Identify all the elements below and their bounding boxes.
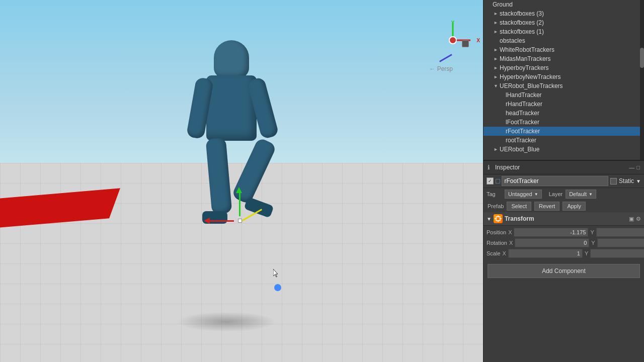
hierarchy-item-stackofboxes2[interactable]: ► stackofboxes (2) xyxy=(484,18,644,27)
main-layout: ← Persp Y X Grou xyxy=(0,0,644,362)
rotation-y-input[interactable] xyxy=(597,238,644,247)
expand-triangle-icon[interactable]: ▼ xyxy=(487,216,492,222)
hierarchy-container: Ground ► stackofboxes (3) ► stackofboxes… xyxy=(484,0,644,160)
hierarchy-panel: Ground ► stackofboxes (3) ► stackofboxes… xyxy=(484,0,644,161)
prefab-row: Prefab Select Revert Apply xyxy=(484,200,644,212)
axes-y-label: Y xyxy=(451,20,455,26)
apply-button[interactable]: Apply xyxy=(562,202,586,211)
hierarchy-item-roottracker[interactable]: rootTracker xyxy=(484,136,644,145)
arrow-icon: ► xyxy=(494,56,499,61)
hierarchy-item-stackofboxes3[interactable]: ► stackofboxes (3) xyxy=(484,9,644,18)
robot-body xyxy=(161,40,302,322)
add-component-button[interactable]: Add Component xyxy=(488,264,640,278)
scale-x-input[interactable] xyxy=(508,249,583,258)
hierarchy-scrollbar-thumb[interactable] xyxy=(640,48,644,68)
scale-row: Scale X Y Z xyxy=(487,249,641,258)
arrow-icon: ► xyxy=(494,20,499,25)
scale-y-input[interactable] xyxy=(590,249,644,258)
chevron-down-icon: ▼ xyxy=(534,192,538,197)
viewport-lock-icon[interactable] xyxy=(462,40,469,47)
tag-dropdown[interactable]: Untagged ▼ xyxy=(505,190,542,199)
static-checkbox[interactable] xyxy=(610,178,617,185)
inspector-header: ℹ Inspector — □ xyxy=(484,161,644,174)
gear-icon[interactable]: ⚙ xyxy=(636,216,641,222)
x-axis-label: X xyxy=(509,240,513,246)
position-y-input[interactable] xyxy=(596,228,644,237)
y-axis-label: Y xyxy=(585,250,588,256)
select-button[interactable]: Select xyxy=(507,202,531,211)
hierarchy-item-lfoottracker[interactable]: lFootTracker xyxy=(484,118,644,127)
chevron-down-icon: ▼ xyxy=(589,192,593,197)
hierarchy-item-rhandtracker[interactable]: rHandTracker xyxy=(484,100,644,109)
maximize-icon[interactable]: □ xyxy=(636,164,640,170)
transform-title: Transform xyxy=(505,215,627,222)
x-axis-label: X xyxy=(503,250,506,256)
arrow-icon: ► xyxy=(494,29,499,34)
scale-label: Scale xyxy=(487,250,501,256)
revert-button[interactable]: Revert xyxy=(534,202,559,211)
hierarchy-item-whiterobottrackers[interactable]: ► WhiteRobotTrackers xyxy=(484,45,644,54)
robot-leg-left xyxy=(206,138,232,215)
gizmo-center xyxy=(238,219,242,223)
hierarchy-item-hyperboytrackers[interactable]: ► HyperboyTrackers xyxy=(484,63,644,72)
hierarchy-item-uerobot-bluetrackers[interactable]: ▼ UERobot_BlueTrackers xyxy=(484,81,644,90)
static-dropdown-arrow[interactable]: ▼ xyxy=(636,178,641,184)
x-axis-label: X xyxy=(508,229,512,235)
arrow-icon: ► xyxy=(494,74,499,79)
hierarchy-item-midasmantrackers[interactable]: ► MidasManTrackers xyxy=(484,54,644,63)
arrow-icon: ► xyxy=(494,65,499,70)
prefab-label: Prefab xyxy=(488,203,504,209)
rotation-row: Rotation X Y Z xyxy=(487,238,641,247)
robot-foot-right xyxy=(244,197,274,218)
hierarchy-item-hyperboynewtrackers[interactable]: ► HyperboyNewTrackers xyxy=(484,72,644,81)
inspector-name-row: ✓ □ Static ▼ xyxy=(484,174,644,188)
hierarchy-item-obstacles[interactable]: obstacles xyxy=(484,36,644,45)
gizmo-x-arrow xyxy=(204,218,210,224)
paste-icon[interactable]: ▣ xyxy=(629,216,634,222)
rotation-label: Rotation xyxy=(487,240,507,246)
position-row: Position X Y Z xyxy=(487,228,641,237)
position-x-input[interactable] xyxy=(514,228,588,237)
hierarchy-item-uerobot-blue[interactable]: ► UERobot_Blue xyxy=(484,145,644,154)
layer-dropdown[interactable]: Default ▼ xyxy=(566,190,596,199)
arrow-icon: ► xyxy=(494,47,499,52)
info-icon: ℹ xyxy=(488,164,490,171)
rotation-x-input[interactable] xyxy=(515,238,589,247)
transform-component-header: ▼ Transform ▣ ⚙ xyxy=(484,212,644,226)
layer-label: Layer xyxy=(549,191,563,197)
object-name-input[interactable] xyxy=(502,176,608,186)
transform-icon xyxy=(494,214,503,223)
arrow-icon: ► xyxy=(494,11,499,16)
inspector-tab-label[interactable]: Inspector xyxy=(493,163,522,172)
hierarchy-item-stackofboxes1[interactable]: ► stackofboxes (1) xyxy=(484,27,644,36)
hierarchy-item-rfoottracker[interactable]: rFootTracker xyxy=(484,127,644,136)
minimize-icon[interactable]: — xyxy=(629,164,634,170)
hierarchy-item-headtracker[interactable]: headTracker xyxy=(484,109,644,118)
object-icon: □ xyxy=(496,177,500,185)
gizmo-blue-dot xyxy=(274,284,281,291)
active-checkbox[interactable]: ✓ xyxy=(487,177,494,185)
robot-head xyxy=(214,40,249,78)
axes-x-label: X xyxy=(476,38,480,43)
gizmo-y-arrow xyxy=(236,187,242,193)
gizmo-y-axis xyxy=(239,191,240,216)
component-icons-right: ▣ ⚙ xyxy=(629,216,641,222)
axes-z-line xyxy=(439,54,452,62)
arrow-icon: ► xyxy=(494,147,499,152)
y-axis-label: Y xyxy=(591,240,595,246)
svg-rect-0 xyxy=(496,217,500,221)
inspector-tab-icons: — □ xyxy=(629,164,640,170)
hierarchy-item-ground[interactable]: Ground xyxy=(484,0,644,9)
hierarchy-item-lhandtracker[interactable]: lHandTracker xyxy=(484,90,644,100)
hierarchy-scrollbar-track[interactable] xyxy=(640,0,644,160)
static-label: Static xyxy=(619,177,634,185)
gizmo-x-axis xyxy=(209,220,234,222)
axes-center xyxy=(449,36,457,44)
position-label: Position xyxy=(487,229,506,235)
viewport[interactable]: ← Persp Y X xyxy=(0,0,483,362)
robot-leg-right xyxy=(231,137,277,205)
tag-label: Tag xyxy=(487,191,502,197)
inspector-panel: ℹ Inspector — □ ✓ □ Static ▼ Tag xyxy=(484,161,644,362)
transform-fields: Position X Y Z Rotation X Y Z xyxy=(484,226,644,260)
right-panel: Ground ► stackofboxes (3) ► stackofboxes… xyxy=(483,0,644,362)
